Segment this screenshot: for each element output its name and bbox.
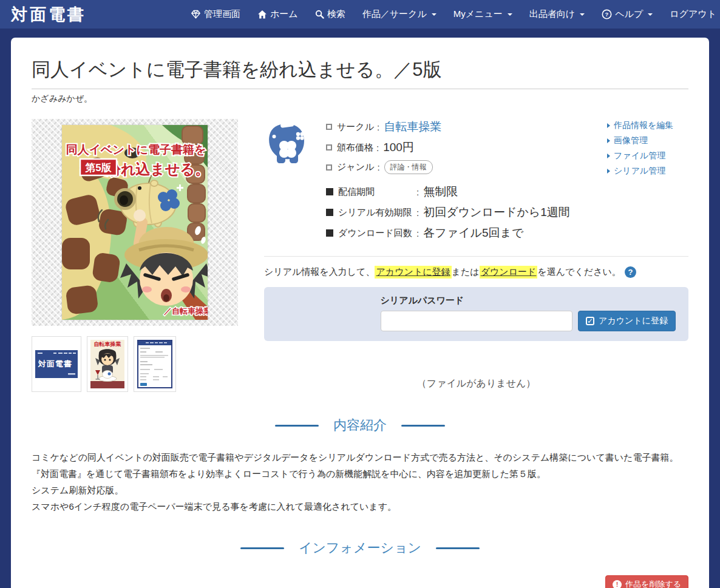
instruction-text: を選んでください。: [537, 266, 620, 278]
gem-icon: [191, 9, 201, 19]
field-label: シリアル有効期限: [338, 207, 413, 218]
field-colon: :: [376, 143, 379, 153]
thumbnail-banner-art: 対面電書: [35, 350, 78, 378]
section-heading-information: インフォメーション: [32, 539, 688, 557]
heading-dash: [275, 425, 319, 427]
cover-image[interactable]: 同人イベントに電子書籍を 紛れ込ませる。 第5版 ／自転車操業: [32, 119, 238, 326]
work-detail-row: 同人イベントに電子書籍を 紛れ込ませる。 第5版 ／自転車操業: [32, 119, 688, 392]
nav-item-my-menu[interactable]: Myメニュー: [445, 0, 521, 29]
delete-work-button[interactable]: ! 作品を削除する: [605, 575, 688, 588]
nav-item-label: 作品／サークル: [362, 8, 427, 20]
edition-badge-label: 第5版: [84, 162, 112, 174]
thumbnail-strip: 対面電書 自転車操業: [32, 336, 238, 392]
nav-item-logout[interactable]: ログアウト: [661, 0, 720, 29]
cover-credit: ／自転車操業: [164, 306, 208, 316]
square-outline-icon: [326, 164, 332, 171]
serial-panel: シリアルパスワード ✓ アカウントに登録: [264, 287, 688, 341]
work-fields: サークル : 自転車操業 頒布価格 : 100円 ジャンル : 評論: [326, 119, 607, 246]
danger-actions: ! 作品を削除する: [32, 575, 688, 588]
instruction-text: または: [452, 266, 480, 278]
nav-item-home[interactable]: ホーム: [249, 0, 307, 29]
link-edit-work-info[interactable]: 作品情報を編集: [607, 120, 688, 131]
chevron-down-icon: [432, 13, 436, 16]
info-row: サークル : 自転車操業 頒布価格 : 100円 ジャンル : 評論: [264, 119, 688, 246]
field-value: 100円: [383, 140, 414, 155]
description-line: スマホや6インチ程度の電子ペーパー端末で見る事を考慮に入れて最適化されています。: [32, 498, 688, 515]
nav-item-admin[interactable]: 管理画面: [182, 0, 249, 29]
thumbnail-page-screenshot[interactable]: [134, 336, 176, 392]
nav-item-help[interactable]: ? ヘルプ: [593, 0, 661, 29]
field-genre: ジャンル : 評論・情報: [326, 160, 607, 174]
thumbnail-circle-art: 自転車操業: [90, 340, 124, 388]
svg-text:?: ?: [605, 11, 609, 18]
heading-dash: [401, 425, 445, 427]
author-name: かざみみかぜ。: [32, 93, 688, 104]
link-file-management[interactable]: ファイル管理: [607, 150, 688, 161]
delete-button-label: 作品を削除する: [625, 579, 681, 588]
thumbnail-page-art: [137, 340, 172, 388]
field-label: 配信期間: [338, 186, 413, 198]
field-colon: :: [416, 208, 419, 218]
home-icon: [257, 10, 267, 19]
field-period: 配信期間 : 無制限: [326, 184, 607, 200]
field-colon: :: [377, 162, 379, 172]
field-colon: :: [377, 122, 379, 132]
nav-item-for-sellers[interactable]: 出品者向け: [521, 0, 593, 29]
manage-links: 作品情報を編集 画像管理 ファイル管理 シリアル管理: [607, 119, 688, 246]
detail-column: サークル : 自転車操業 頒布価格 : 100円 ジャンル : 評論: [264, 119, 688, 392]
field-dl-count: ダウンロード回数 : 各ファイル5回まで: [326, 225, 607, 241]
instruction-text: シリアル情報を入力して、: [264, 266, 375, 278]
triangle-right-icon: [607, 169, 610, 174]
download-link[interactable]: ダウンロード: [480, 266, 538, 279]
exclamation-circle-icon: !: [613, 580, 622, 588]
square-outline-icon: [326, 124, 332, 130]
field-value: 無制限: [423, 184, 458, 200]
field-value: 各ファイル5回まで: [423, 225, 523, 241]
thumbnail-banner-text: 対面電書: [38, 359, 72, 368]
heading-dash: [436, 547, 480, 549]
description-line: コミケなどの同人イベントの対面販売で電子書籍やデジタルデータをシリアルダウンロー…: [32, 449, 688, 465]
chevron-down-icon: [648, 13, 653, 16]
heading-dash: [240, 547, 284, 549]
circle-piggy-icon: [264, 120, 310, 246]
link-label: 画像管理: [614, 135, 648, 146]
description-line: システム刷新対応版。: [32, 482, 688, 498]
triangle-right-icon: [607, 154, 610, 158]
image-column: 同人イベントに電子書籍を 紛れ込ませる。 第5版 ／自転車操業: [32, 119, 238, 392]
check-icon: ✓: [586, 317, 594, 325]
triangle-right-icon: [607, 138, 610, 143]
register-account-link[interactable]: アカウントに登録: [375, 266, 451, 279]
field-value: 初回ダウンロードから1週間: [423, 204, 570, 220]
thumbnail-circle-text: 自転車操業: [94, 341, 121, 347]
link-label: ファイル管理: [614, 150, 665, 161]
field-label: ダウンロード回数: [338, 228, 413, 239]
thumbnail-circle-cut[interactable]: 自転車操業: [87, 336, 128, 392]
nav-item-works-circles[interactable]: 作品／サークル: [354, 0, 445, 29]
divider: [264, 256, 688, 257]
site-logo[interactable]: 対面電書: [11, 4, 86, 25]
serial-password-input[interactable]: [381, 311, 572, 331]
field-label: サークル: [337, 121, 374, 133]
cover-title-line2: 紛れ込ませる。: [106, 161, 208, 177]
serial-form: シリアルパスワード: [381, 295, 572, 331]
nav-item-search[interactable]: 検索: [307, 0, 354, 29]
top-navbar: 対面電書 管理画面 ホーム 検索 作品／サークル Myメニュー: [0, 0, 720, 29]
help-circle-icon[interactable]: ?: [625, 266, 636, 278]
circle-link[interactable]: 自転車操業: [384, 119, 441, 135]
link-serial-management[interactable]: シリアル管理: [607, 166, 688, 177]
files-empty-message: （ファイルがありません）: [264, 377, 688, 390]
field-colon: :: [416, 228, 419, 238]
field-label: 頒布価格: [337, 142, 373, 154]
link-image-management[interactable]: 画像管理: [607, 135, 688, 146]
help-icon: ?: [602, 9, 612, 19]
field-label: ジャンル: [337, 161, 374, 173]
cover-title-line1: 同人イベントに電子書籍を: [66, 143, 206, 156]
section-title: 内容紹介: [333, 416, 387, 434]
thumbnail-site-banner[interactable]: 対面電書: [32, 336, 81, 392]
link-label: シリアル管理: [614, 166, 665, 177]
field-circle: サークル : 自転車操業: [326, 119, 607, 135]
register-button-label: アカウントに登録: [599, 316, 668, 326]
register-account-button[interactable]: ✓ アカウントに登録: [578, 311, 676, 331]
content-card: 同人イベントに電子書籍を紛れ込ませる。／5版 かざみみかぜ。: [11, 38, 709, 588]
link-label: 作品情報を編集: [614, 120, 673, 131]
